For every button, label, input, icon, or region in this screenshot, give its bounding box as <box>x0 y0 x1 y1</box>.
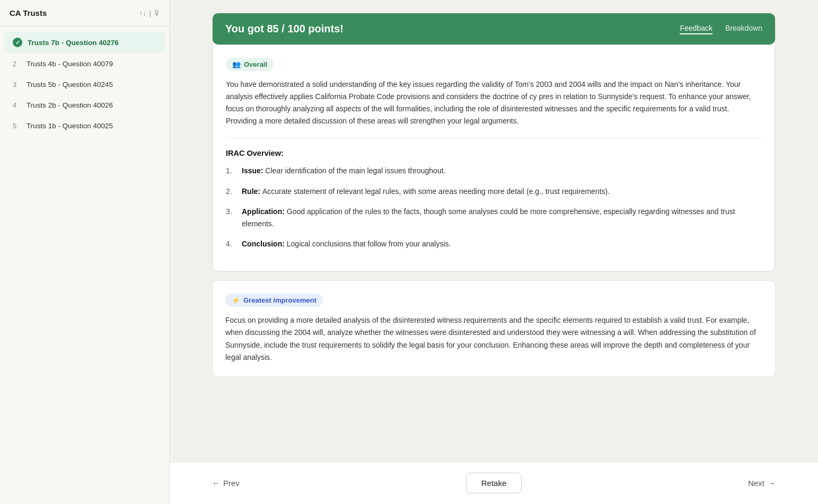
item-number: 3 <box>13 81 21 89</box>
irac-item-label: Conclusion: <box>242 240 287 248</box>
next-arrow-icon: → <box>768 479 776 488</box>
main-scroll: You got 85 / 100 points! Feedback Breakd… <box>170 0 818 462</box>
improvement-text: Focus on providing a more detailed analy… <box>225 314 762 363</box>
irac-item-content: Issue: Clear identification of the main … <box>242 165 445 176</box>
sidebar: CA Trusts ↑↓ | ⊽ ✓Trusts 7b - Question 4… <box>0 0 170 504</box>
sidebar-item-label: Trusts 7b - Question 40276 <box>28 39 119 47</box>
irac-item-num: 3. <box>226 206 236 229</box>
sort-icon[interactable]: ↑↓ <box>139 9 146 17</box>
irac-item-content: Conclusion: Logical conclusions that fol… <box>242 238 451 250</box>
sidebar-list-item[interactable]: 2Trusts 4b - Question 40079 <box>4 54 165 74</box>
sidebar-item-label: Trusts 2b - Question 40026 <box>27 101 113 109</box>
irac-item-label: Application: <box>242 207 287 216</box>
sidebar-title: CA Trusts <box>10 8 47 17</box>
feedback-card: You got 85 / 100 points! Feedback Breakd… <box>212 13 776 272</box>
irac-title: IRAC Overview: <box>226 149 762 157</box>
irac-item-num: 2. <box>226 185 236 197</box>
sidebar-list-item[interactable]: 5Trusts 1b - Question 40025 <box>4 116 165 136</box>
item-number: 2 <box>13 60 21 68</box>
irac-item-num: 1. <box>226 165 236 176</box>
score-text: You got 85 / 100 points! <box>225 23 344 35</box>
irac-list-item: 4.Conclusion: Logical conclusions that f… <box>226 238 762 250</box>
improvement-badge-icon: ⚡ <box>232 296 240 304</box>
score-banner: You got 85 / 100 points! Feedback Breakd… <box>213 13 775 45</box>
overall-text: You have demonstrated a solid understand… <box>226 78 762 127</box>
item-number: 5 <box>13 122 21 130</box>
overall-badge-label: Overall <box>244 60 267 68</box>
filter-icon[interactable]: ⊽ <box>154 9 160 17</box>
irac-list-item: 2.Rule: Accurate statement of relevant l… <box>226 185 762 197</box>
divider-icon: | <box>149 9 151 17</box>
bottom-nav: ← Prev Retake Next → <box>170 462 818 504</box>
sidebar-list-item[interactable]: ✓Trusts 7b - Question 40276 <box>4 32 165 53</box>
irac-item-label: Issue: <box>242 166 265 175</box>
overall-badge: 👥 Overall <box>226 58 274 71</box>
retake-button[interactable]: Retake <box>466 473 522 493</box>
sidebar-sort-filter[interactable]: ↑↓ | ⊽ <box>139 9 160 17</box>
divider-1 <box>226 138 762 138</box>
next-button[interactable]: Next → <box>748 479 776 488</box>
next-label: Next <box>748 479 764 488</box>
sidebar-list-item[interactable]: 3Trusts 5b - Question 40245 <box>4 75 165 94</box>
sidebar-item-label: Trusts 1b - Question 40025 <box>27 122 113 130</box>
overall-card: 👥 Overall You have demonstrated a solid … <box>213 45 775 271</box>
irac-item-label: Rule: <box>242 187 262 196</box>
overall-badge-icon: 👥 <box>232 60 241 68</box>
sidebar-list-item[interactable]: 4Trusts 2b - Question 40026 <box>4 95 165 115</box>
item-number: 4 <box>13 101 21 109</box>
sidebar-header: CA Trusts ↑↓ | ⊽ <box>0 0 169 26</box>
banner-tabs: Feedback Breakdown <box>680 24 762 34</box>
irac-list-item: 3.Application: Good application of the r… <box>226 206 762 229</box>
question-list: ✓Trusts 7b - Question 402762Trusts 4b - … <box>0 26 169 141</box>
irac-item-content: Rule: Accurate statement of relevant leg… <box>242 185 610 197</box>
prev-button[interactable]: ← Prev <box>212 479 240 488</box>
prev-arrow-icon: ← <box>212 479 220 488</box>
improvement-badge-label: Greatest improvement <box>243 296 316 304</box>
improvement-card: ⚡ Greatest improvement Focus on providin… <box>212 280 776 376</box>
check-icon: ✓ <box>13 38 22 47</box>
tab-feedback[interactable]: Feedback <box>680 24 712 34</box>
irac-item-num: 4. <box>226 238 236 250</box>
prev-label: Prev <box>223 479 240 488</box>
improvement-badge: ⚡ Greatest improvement <box>225 294 323 307</box>
irac-item-content: Application: Good application of the rul… <box>242 206 762 229</box>
tab-breakdown[interactable]: Breakdown <box>725 24 762 34</box>
main-content: You got 85 / 100 points! Feedback Breakd… <box>170 0 818 504</box>
sidebar-item-label: Trusts 5b - Question 40245 <box>27 81 113 89</box>
irac-list-item: 1.Issue: Clear identification of the mai… <box>226 165 762 176</box>
sidebar-item-label: Trusts 4b - Question 40079 <box>27 60 113 68</box>
irac-list: 1.Issue: Clear identification of the mai… <box>226 165 762 250</box>
